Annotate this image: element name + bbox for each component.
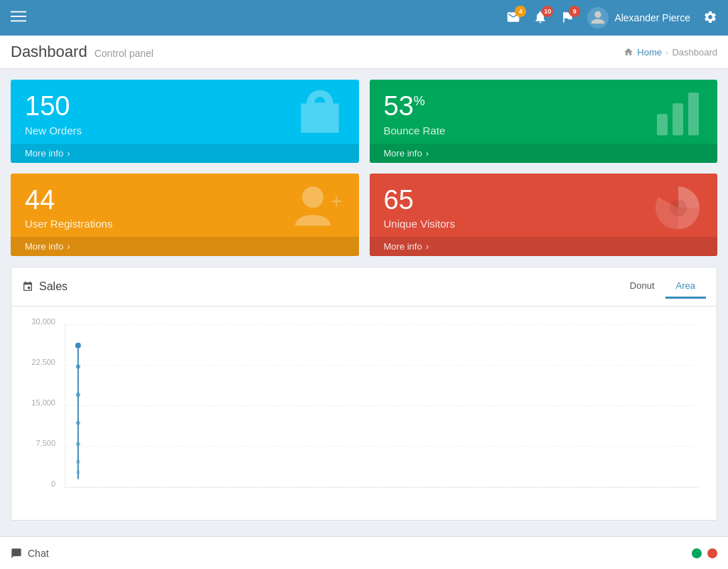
flag-badge: 9	[569, 6, 580, 17]
y-label-3: 7,500	[22, 439, 61, 447]
breadcrumb-sep: ›	[665, 47, 668, 58]
orders-footer-arrow: ›	[67, 148, 70, 159]
page-subtitle: Control panel	[95, 48, 154, 59]
svg-rect-1	[11, 16, 26, 17]
svg-point-11	[76, 393, 80, 397]
user-menu[interactable]: Alexander Pierce	[587, 7, 690, 28]
bell-badge: 10	[542, 6, 553, 17]
svg-point-15	[76, 470, 80, 474]
hamburger-icon[interactable]	[11, 9, 26, 28]
y-label-4: 0	[22, 479, 61, 488]
svg-point-10	[76, 365, 80, 369]
users-footer-arrow: ›	[67, 241, 70, 252]
svg-point-13	[76, 442, 80, 447]
page-title: Dashboard	[11, 43, 87, 61]
mail-icon-wrap[interactable]: 4	[506, 10, 520, 26]
breadcrumb: Home › Dashboard	[623, 47, 717, 58]
panel-body: 30,000 22,500 15,000 7,500 0	[11, 307, 717, 520]
y-label-0: 30,000	[22, 317, 61, 326]
chat-bar: Chat	[0, 536, 728, 542]
svg-rect-0	[11, 11, 26, 12]
visitors-footer-text: More info	[384, 241, 422, 252]
svg-text:+: +	[331, 190, 342, 212]
chart-area: 30,000 22,500 15,000 7,500 0	[22, 317, 706, 509]
panel-heading: Sales Donut Area	[11, 267, 717, 307]
sales-icon	[22, 281, 33, 292]
user-name: Alexander Pierce	[614, 12, 690, 23]
svg-rect-5	[688, 92, 699, 135]
bounce-footer-arrow: ›	[426, 148, 429, 159]
page-title-wrap: Dashboard Control panel	[11, 43, 154, 61]
settings-icon	[703, 10, 717, 24]
tab-donut[interactable]: Donut	[619, 275, 665, 299]
svg-rect-3	[657, 114, 668, 135]
page-header: Dashboard Control panel Home › Dashboard	[0, 36, 728, 69]
stat-visitors-footer[interactable]: More info ›	[370, 237, 718, 256]
svg-point-14	[76, 459, 80, 464]
tab-area[interactable]: Area	[665, 275, 706, 299]
y-label-2: 15,000	[22, 398, 61, 407]
y-axis-labels: 30,000 22,500 15,000 7,500 0	[22, 317, 61, 488]
bell-icon-wrap[interactable]: 10	[533, 10, 547, 26]
bounce-footer-text: More info	[384, 148, 422, 159]
sales-title: Sales	[39, 280, 68, 293]
chart-plot	[65, 324, 699, 488]
stat-bounce-footer[interactable]: More info ›	[370, 144, 718, 163]
sales-panel: Sales Donut Area 30,000 22,500 15,000 7,…	[11, 267, 717, 521]
avatar-icon	[590, 10, 606, 26]
stat-users-footer[interactable]: More info ›	[11, 237, 359, 256]
home-icon	[623, 47, 633, 57]
top-nav: 4 10 9 Alexander Pierce	[0, 0, 728, 36]
panel-title: Sales	[22, 280, 68, 293]
stats-row-1: 150 New Orders More info › 53% Bounce Ra…	[11, 80, 717, 163]
nav-left	[11, 9, 26, 28]
breadcrumb-current: Dashboard	[672, 47, 717, 58]
svg-point-12	[76, 421, 80, 425]
stat-card-visitors: 65 Unique Visitors More info ›	[370, 174, 718, 257]
breadcrumb-home-link[interactable]: Home	[637, 47, 662, 58]
visitors-icon	[650, 179, 707, 238]
stat-card-orders: 150 New Orders More info ›	[11, 80, 359, 163]
panel-tabs: Donut Area	[619, 275, 706, 299]
users-icon: +	[291, 179, 348, 238]
stat-card-users: 44 User Registrations + More info ›	[11, 174, 359, 257]
mail-badge: 4	[515, 6, 526, 17]
svg-point-6	[302, 186, 323, 208]
orders-footer-text: More info	[25, 148, 63, 159]
svg-point-9	[75, 343, 81, 349]
nav-right: 4 10 9 Alexander Pierce	[506, 7, 717, 28]
svg-rect-2	[11, 20, 26, 21]
flag-icon-wrap[interactable]: 9	[560, 10, 574, 26]
svg-rect-4	[673, 103, 683, 135]
y-label-1: 22,500	[22, 358, 61, 366]
bounce-icon	[650, 85, 707, 144]
stat-orders-footer[interactable]: More info ›	[11, 144, 359, 163]
main-content: 150 New Orders More info › 53% Bounce Ra…	[0, 69, 728, 542]
stats-row-2: 44 User Registrations + More info › 65 U…	[11, 174, 717, 257]
settings-icon-wrap[interactable]	[703, 10, 717, 26]
chart-svg	[65, 324, 699, 494]
stat-card-bounce: 53% Bounce Rate More info ›	[370, 80, 718, 163]
visitors-footer-arrow: ›	[426, 241, 429, 252]
users-footer-text: More info	[25, 241, 63, 252]
orders-icon	[291, 85, 348, 144]
svg-point-8	[670, 199, 687, 216]
avatar	[587, 7, 609, 28]
